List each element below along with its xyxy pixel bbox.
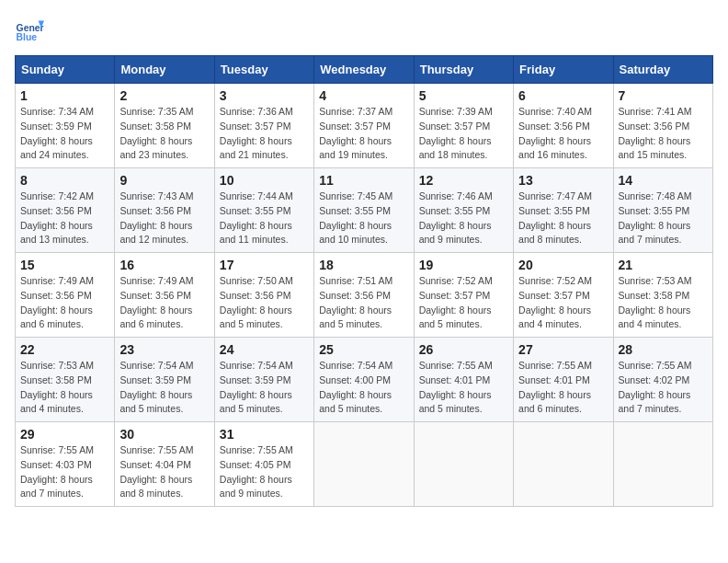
day-number: 14 xyxy=(619,173,708,188)
calendar-cell: 3 Sunrise: 7:36 AM Sunset: 3:57 PM Dayli… xyxy=(214,84,313,168)
day-info: Sunrise: 7:41 AM Sunset: 3:56 PM Dayligh… xyxy=(619,105,708,163)
day-number: 31 xyxy=(220,427,309,442)
day-number: 29 xyxy=(20,427,109,442)
day-number: 15 xyxy=(20,258,109,272)
svg-text:Blue: Blue xyxy=(17,32,38,42)
calendar-cell: 30 Sunrise: 7:55 AM Sunset: 4:04 PM Dayl… xyxy=(115,422,214,507)
day-info: Sunrise: 7:48 AM Sunset: 3:55 PM Dayligh… xyxy=(619,190,708,247)
calendar-cell: 16 Sunrise: 7:49 AM Sunset: 3:56 PM Dayl… xyxy=(115,253,214,338)
day-info: Sunrise: 7:55 AM Sunset: 4:01 PM Dayligh… xyxy=(518,359,608,417)
day-info: Sunrise: 7:55 AM Sunset: 4:02 PM Dayligh… xyxy=(619,359,708,417)
day-info: Sunrise: 7:52 AM Sunset: 3:57 PM Dayligh… xyxy=(518,274,608,332)
day-number: 10 xyxy=(220,173,309,188)
day-info: Sunrise: 7:50 AM Sunset: 3:56 PM Dayligh… xyxy=(220,274,309,332)
day-info: Sunrise: 7:53 AM Sunset: 3:58 PM Dayligh… xyxy=(20,359,109,417)
day-info: Sunrise: 7:53 AM Sunset: 3:58 PM Dayligh… xyxy=(619,274,708,332)
day-info: Sunrise: 7:54 AM Sunset: 3:59 PM Dayligh… xyxy=(119,359,209,417)
day-number: 4 xyxy=(319,88,408,103)
day-number: 6 xyxy=(518,88,608,103)
day-number: 9 xyxy=(119,173,209,188)
day-info: Sunrise: 7:55 AM Sunset: 4:01 PM Dayligh… xyxy=(419,359,508,417)
weekday-header-friday: Friday xyxy=(514,56,613,84)
calendar-cell: 19 Sunrise: 7:52 AM Sunset: 3:57 PM Dayl… xyxy=(414,253,513,338)
calendar-cell: 28 Sunrise: 7:55 AM Sunset: 4:02 PM Dayl… xyxy=(613,338,712,422)
calendar-cell: 31 Sunrise: 7:55 AM Sunset: 4:05 PM Dayl… xyxy=(214,422,313,507)
day-info: Sunrise: 7:36 AM Sunset: 3:57 PM Dayligh… xyxy=(220,105,309,163)
weekday-header-saturday: Saturday xyxy=(613,56,712,84)
day-info: Sunrise: 7:46 AM Sunset: 3:55 PM Dayligh… xyxy=(419,190,508,247)
day-number: 8 xyxy=(20,173,109,188)
day-info: Sunrise: 7:55 AM Sunset: 4:03 PM Dayligh… xyxy=(20,443,109,501)
day-info: Sunrise: 7:49 AM Sunset: 3:56 PM Dayligh… xyxy=(20,274,109,332)
weekday-header-tuesday: Tuesday xyxy=(214,56,313,84)
weekday-header-wednesday: Wednesday xyxy=(314,56,414,84)
day-number: 18 xyxy=(319,258,408,272)
day-info: Sunrise: 7:35 AM Sunset: 3:58 PM Dayligh… xyxy=(119,105,209,163)
logo: General Blue xyxy=(15,15,44,44)
weekday-header-sunday: Sunday xyxy=(16,56,115,84)
day-number: 20 xyxy=(518,258,608,272)
day-info: Sunrise: 7:51 AM Sunset: 3:56 PM Dayligh… xyxy=(319,274,408,332)
day-number: 17 xyxy=(220,258,309,272)
day-info: Sunrise: 7:54 AM Sunset: 3:59 PM Dayligh… xyxy=(220,359,309,417)
calendar-cell: 25 Sunrise: 7:54 AM Sunset: 4:00 PM Dayl… xyxy=(314,338,414,422)
calendar-cell: 4 Sunrise: 7:37 AM Sunset: 3:57 PM Dayli… xyxy=(314,84,414,168)
day-info: Sunrise: 7:42 AM Sunset: 3:56 PM Dayligh… xyxy=(20,190,109,247)
day-number: 3 xyxy=(220,88,309,103)
calendar-week-4: 22 Sunrise: 7:53 AM Sunset: 3:58 PM Dayl… xyxy=(16,338,713,422)
day-number: 25 xyxy=(319,342,408,357)
day-number: 1 xyxy=(20,88,109,103)
calendar-cell xyxy=(514,422,613,507)
calendar-week-2: 8 Sunrise: 7:42 AM Sunset: 3:56 PM Dayli… xyxy=(16,168,713,253)
day-number: 27 xyxy=(518,342,608,357)
calendar-cell xyxy=(314,422,414,507)
day-number: 28 xyxy=(619,342,708,357)
calendar-cell: 9 Sunrise: 7:43 AM Sunset: 3:56 PM Dayli… xyxy=(115,168,214,253)
day-info: Sunrise: 7:55 AM Sunset: 4:04 PM Dayligh… xyxy=(119,443,209,501)
calendar-cell: 15 Sunrise: 7:49 AM Sunset: 3:56 PM Dayl… xyxy=(16,253,115,338)
day-info: Sunrise: 7:34 AM Sunset: 3:59 PM Dayligh… xyxy=(20,105,109,163)
day-number: 7 xyxy=(619,88,708,103)
calendar-cell: 5 Sunrise: 7:39 AM Sunset: 3:57 PM Dayli… xyxy=(414,84,513,168)
weekday-header-thursday: Thursday xyxy=(414,56,513,84)
day-info: Sunrise: 7:37 AM Sunset: 3:57 PM Dayligh… xyxy=(319,105,408,163)
day-info: Sunrise: 7:44 AM Sunset: 3:55 PM Dayligh… xyxy=(220,190,309,247)
calendar-cell: 7 Sunrise: 7:41 AM Sunset: 3:56 PM Dayli… xyxy=(613,84,712,168)
day-info: Sunrise: 7:47 AM Sunset: 3:55 PM Dayligh… xyxy=(518,190,608,247)
logo-icon: General Blue xyxy=(15,15,44,44)
calendar-cell: 18 Sunrise: 7:51 AM Sunset: 3:56 PM Dayl… xyxy=(314,253,414,338)
calendar-week-5: 29 Sunrise: 7:55 AM Sunset: 4:03 PM Dayl… xyxy=(16,422,713,507)
day-number: 13 xyxy=(518,173,608,188)
calendar-cell: 1 Sunrise: 7:34 AM Sunset: 3:59 PM Dayli… xyxy=(16,84,115,168)
calendar-cell: 21 Sunrise: 7:53 AM Sunset: 3:58 PM Dayl… xyxy=(613,253,712,338)
calendar-cell: 23 Sunrise: 7:54 AM Sunset: 3:59 PM Dayl… xyxy=(115,338,214,422)
day-number: 19 xyxy=(419,258,508,272)
calendar-cell: 20 Sunrise: 7:52 AM Sunset: 3:57 PM Dayl… xyxy=(514,253,613,338)
calendar-cell: 8 Sunrise: 7:42 AM Sunset: 3:56 PM Dayli… xyxy=(16,168,115,253)
calendar-cell: 26 Sunrise: 7:55 AM Sunset: 4:01 PM Dayl… xyxy=(414,338,513,422)
weekday-header-monday: Monday xyxy=(115,56,214,84)
calendar-cell: 12 Sunrise: 7:46 AM Sunset: 3:55 PM Dayl… xyxy=(414,168,513,253)
calendar-cell: 17 Sunrise: 7:50 AM Sunset: 3:56 PM Dayl… xyxy=(214,253,313,338)
calendar-table: SundayMondayTuesdayWednesdayThursdayFrid… xyxy=(15,55,713,507)
day-info: Sunrise: 7:52 AM Sunset: 3:57 PM Dayligh… xyxy=(419,274,508,332)
day-info: Sunrise: 7:43 AM Sunset: 3:56 PM Dayligh… xyxy=(119,190,209,247)
day-number: 23 xyxy=(119,342,209,357)
calendar-cell: 2 Sunrise: 7:35 AM Sunset: 3:58 PM Dayli… xyxy=(115,84,214,168)
day-info: Sunrise: 7:39 AM Sunset: 3:57 PM Dayligh… xyxy=(419,105,508,163)
day-number: 26 xyxy=(419,342,508,357)
calendar-cell xyxy=(414,422,513,507)
calendar-cell: 11 Sunrise: 7:45 AM Sunset: 3:55 PM Dayl… xyxy=(314,168,414,253)
day-number: 30 xyxy=(119,427,209,442)
day-number: 2 xyxy=(119,88,209,103)
calendar-cell: 29 Sunrise: 7:55 AM Sunset: 4:03 PM Dayl… xyxy=(16,422,115,507)
calendar-week-1: 1 Sunrise: 7:34 AM Sunset: 3:59 PM Dayli… xyxy=(16,84,713,168)
calendar-cell: 10 Sunrise: 7:44 AM Sunset: 3:55 PM Dayl… xyxy=(214,168,313,253)
day-info: Sunrise: 7:40 AM Sunset: 3:56 PM Dayligh… xyxy=(518,105,608,163)
day-info: Sunrise: 7:55 AM Sunset: 4:05 PM Dayligh… xyxy=(220,443,309,501)
calendar-week-3: 15 Sunrise: 7:49 AM Sunset: 3:56 PM Dayl… xyxy=(16,253,713,338)
day-number: 22 xyxy=(20,342,109,357)
calendar-cell xyxy=(613,422,712,507)
day-number: 11 xyxy=(319,173,408,188)
calendar-cell: 6 Sunrise: 7:40 AM Sunset: 3:56 PM Dayli… xyxy=(514,84,613,168)
